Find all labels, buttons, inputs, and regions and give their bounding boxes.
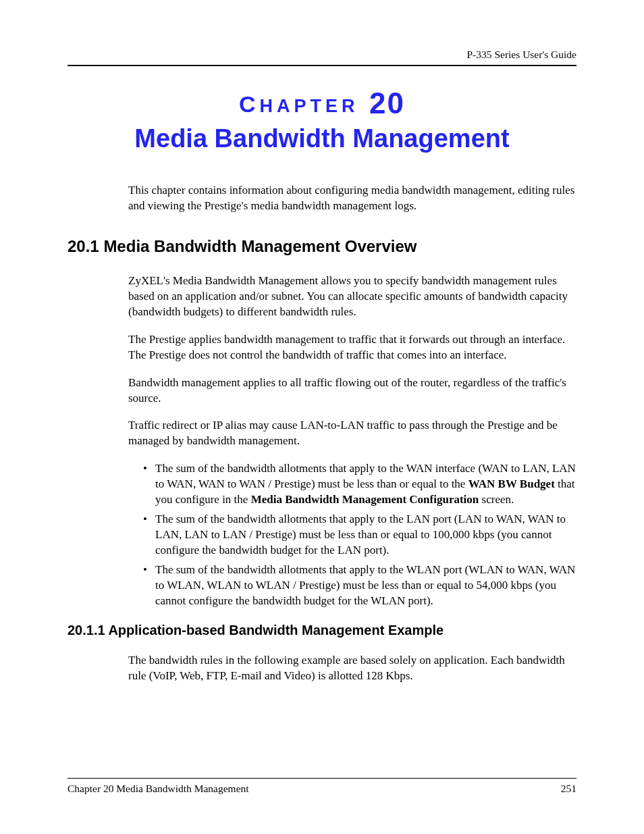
bold-term: Media Bandwidth Management Configuration — [251, 493, 479, 506]
footer-rule — [68, 778, 576, 779]
page-container: P-335 Series User's Guide CHAPTER 20 Med… — [0, 0, 644, 684]
body-paragraph: Bandwidth management applies to all traf… — [128, 375, 576, 407]
list-item: The sum of the bandwidth allotments that… — [143, 512, 576, 558]
section-heading-20-1: 20.1 Media Bandwidth Management Overview — [68, 237, 576, 256]
header-rule — [68, 65, 576, 66]
bullet-text-post: screen. — [479, 493, 514, 506]
bullet-list: The sum of the bandwidth allotments that… — [143, 461, 576, 608]
body-paragraph: ZyXEL's Media Bandwidth Management allow… — [128, 273, 576, 320]
page-footer: Chapter 20 Media Bandwidth Management 25… — [68, 778, 576, 795]
bullet-text: The sum of the bandwidth allotments that… — [155, 563, 575, 607]
footer-page-number: 251 — [561, 783, 576, 795]
chapter-label-c: C — [239, 91, 260, 117]
footer-chapter-label: Chapter 20 Media Bandwidth Management — [68, 783, 249, 795]
chapter-number: 20 — [369, 86, 405, 120]
running-header: P-335 Series User's Guide — [68, 49, 576, 61]
bold-term: WAN BW Budget — [468, 477, 555, 490]
chapter-label: CHAPTER 20 — [68, 86, 576, 120]
bullet-text: The sum of the bandwidth allotments that… — [155, 513, 566, 556]
chapter-intro: This chapter contains information about … — [128, 183, 576, 214]
body-paragraph: The bandwidth rules in the following exa… — [128, 653, 576, 684]
list-item: The sum of the bandwidth allotments that… — [143, 461, 576, 508]
body-paragraph: The Prestige applies bandwidth managemen… — [128, 332, 576, 363]
chapter-label-rest: HAPTER — [260, 96, 359, 116]
chapter-title: Media Bandwidth Management — [68, 124, 576, 153]
section-heading-20-1-1: 20.1.1 Application-based Bandwidth Manag… — [68, 623, 576, 638]
body-paragraph: Traffic redirect or IP alias may cause L… — [128, 418, 576, 449]
list-item: The sum of the bandwidth allotments that… — [143, 563, 576, 609]
